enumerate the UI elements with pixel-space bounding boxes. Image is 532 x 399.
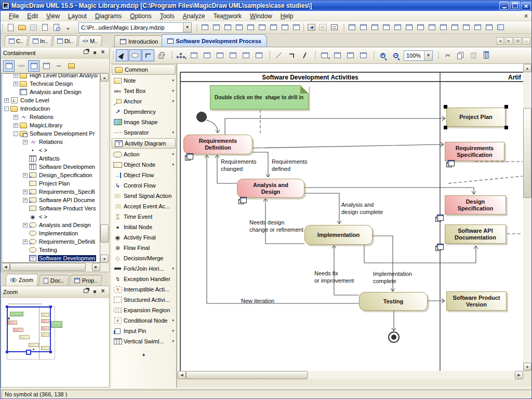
line-oblique-button[interactable] [298, 49, 311, 61]
selection-handle[interactable] [504, 126, 508, 129]
tree-item[interactable]: -Introduction [2, 104, 100, 113]
expand-icon[interactable]: + [23, 173, 28, 178]
anchor-edge[interactable] [448, 176, 523, 183]
collapse-icon[interactable]: - [14, 131, 18, 136]
menu-analyze[interactable]: Analyze [179, 11, 209, 21]
subdiagram-icon[interactable] [185, 153, 193, 161]
line-rectilinear-button[interactable] [285, 49, 298, 61]
tree-vertical-scrollbar[interactable]: ▲ ▼ [100, 73, 109, 263]
rotate-sync-button[interactable] [357, 22, 369, 33]
select-symbol-button[interactable] [357, 49, 369, 61]
distribute-vertical-button[interactable] [227, 49, 239, 61]
menu-tools[interactable]: Tools [156, 11, 179, 21]
tab-zoom[interactable]: Zoom [5, 274, 39, 286]
palette-input-pin[interactable]: Input Pin▾ [111, 326, 176, 336]
align-horizontal-button[interactable] [188, 49, 200, 61]
zoom-thumbnail[interactable] [2, 298, 109, 387]
folder-open-button[interactable] [65, 60, 77, 72]
expand-icon[interactable]: + [14, 73, 18, 78]
tree-item[interactable]: Software Developmen [2, 254, 100, 262]
comment-note-button[interactable] [328, 22, 340, 33]
control-flow-edge[interactable] [206, 120, 220, 133]
object-node[interactable]: Project Plan [446, 108, 506, 127]
tree-item[interactable]: +Software API Docume [2, 196, 100, 204]
initial-node[interactable] [196, 112, 207, 122]
tree-item[interactable]: +Requirements_Definiti [2, 237, 100, 246]
filter-doc-button[interactable] [28, 60, 39, 72]
palette-structured-activi-[interactable]: Structured Activi... [111, 295, 176, 305]
palette-vertical-swiml-[interactable]: Vertical Swiml...▾ [111, 336, 176, 347]
window-gear-button[interactable] [245, 22, 256, 33]
object-node[interactable]: Requirements Specification [445, 142, 504, 161]
delete-button[interactable] [480, 49, 493, 61]
palette-decision-merge[interactable]: Decision/Merge [111, 253, 176, 263]
tree-item[interactable]: +Relations [2, 138, 100, 146]
org-chart-button[interactable] [199, 22, 210, 33]
palette-common[interactable]: Common [112, 64, 176, 75]
expand-icon[interactable]: + [14, 82, 18, 86]
scroll-up-icon[interactable]: ▲ [100, 73, 109, 82]
palette-dependency[interactable]: Dependency [111, 107, 176, 117]
message-close-button[interactable] [472, 22, 483, 33]
control-flow-edge[interactable] [252, 142, 444, 148]
palette-object-node[interactable]: Object Node▾ [111, 159, 176, 170]
expand-icon[interactable]: + [23, 140, 28, 144]
expand-icon[interactable]: + [23, 198, 28, 203]
profile-windows-button[interactable] [279, 22, 290, 33]
chevron-down-icon[interactable]: ▾ [172, 329, 174, 333]
chevron-down-icon[interactable]: ▾ [172, 99, 174, 103]
window-table-button[interactable] [256, 22, 268, 33]
canvas-vertical-scrollbar[interactable]: ▲ ▼ [523, 64, 531, 371]
object-node[interactable]: Software Product Version [446, 291, 507, 311]
tree-item[interactable]: Software Product Vers [2, 204, 100, 212]
maximize-button[interactable] [510, 2, 520, 10]
menu-layout[interactable]: Layout [64, 11, 91, 21]
selection-handle[interactable] [504, 105, 508, 109]
float-icon[interactable] [82, 48, 90, 56]
palette-separator[interactable]: Separator▾ [111, 127, 176, 138]
select-oval-button[interactable] [129, 49, 141, 61]
canvas-horizontal-scrollbar[interactable]: ◀ ▶ [178, 371, 523, 379]
menu-file[interactable]: File [5, 11, 23, 21]
tree-item[interactable]: < > [2, 146, 100, 154]
palette-image-shape[interactable]: Image Shape [111, 117, 176, 127]
style-pen-button[interactable]: ▾ [318, 49, 330, 61]
file-path-combo[interactable]: C:\Pr...udies\Magic Library.mdzip ▼ [78, 22, 192, 33]
expand-icon[interactable]: + [23, 223, 28, 228]
expand-icon[interactable]: + [14, 123, 18, 128]
page-gears-button[interactable] [392, 22, 403, 33]
forward-arrow-button[interactable] [317, 22, 328, 33]
object-node[interactable]: Software API Documentation [445, 224, 506, 244]
scroll-left-icon[interactable]: ◀ [178, 371, 186, 379]
tree-item[interactable]: +Relations [2, 113, 100, 121]
paste-button[interactable] [467, 49, 480, 61]
action-node[interactable]: Implementation [304, 225, 373, 245]
tree-item[interactable]: +MagicLibrary [2, 121, 100, 129]
zoom-viewport-rect[interactable] [7, 307, 51, 352]
expand-icon[interactable]: + [4, 98, 9, 103]
diagram-tab[interactable]: Software Development Process [162, 34, 267, 47]
palette-text-box[interactable]: Text Box▾ [111, 86, 176, 96]
tab-prev-icon[interactable]: ◀ [496, 37, 504, 45]
float-icon[interactable] [82, 287, 90, 295]
tree-item[interactable]: Implementation [2, 229, 100, 237]
tab-containment[interactable]: C.. [4, 35, 28, 46]
palette-exception-handler[interactable]: Exception Handler [111, 274, 176, 284]
align-vertical-button[interactable] [201, 49, 213, 61]
close-button[interactable] [521, 2, 531, 10]
scroll-down-icon[interactable]: ▼ [100, 255, 109, 263]
scroll-down-icon[interactable]: ▼ [523, 363, 531, 371]
menu-diagrams[interactable]: Diagrams [91, 11, 126, 21]
palette-flow-final[interactable]: Flow Final [111, 243, 176, 253]
scroll-right-icon[interactable]: ▶ [515, 371, 523, 379]
palette-time-event[interactable]: Time Event [111, 211, 176, 222]
menu-view[interactable]: View [42, 11, 64, 21]
tab-prop[interactable]: Prop.. [69, 275, 103, 286]
window-camera-button[interactable] [460, 22, 472, 33]
palette-scroll-up-icon[interactable]: ▲ [139, 351, 149, 358]
tab-list-icon[interactable]: ▤ [514, 37, 522, 45]
copy-shape-button[interactable] [41, 60, 52, 72]
tree-expand-button[interactable] [3, 60, 15, 72]
chevron-down-icon[interactable]: ▼ [424, 51, 432, 60]
chevron-down-icon[interactable]: ▾ [172, 339, 174, 343]
